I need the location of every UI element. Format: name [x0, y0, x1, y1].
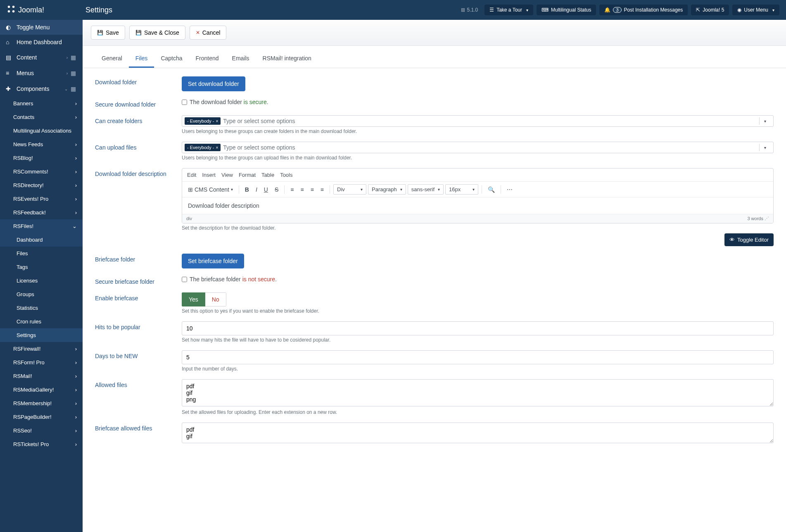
- post-install-messages-button[interactable]: 🔔 3 Post Installation Messages: [599, 5, 688, 15]
- toggle-menu-button[interactable]: ◐ Toggle Menu: [0, 20, 83, 35]
- editor-menu-tools[interactable]: Tools: [280, 172, 292, 178]
- set-briefcase-folder-button[interactable]: Set briefcase folder: [182, 254, 244, 268]
- sidebar-item-rsblog[interactable]: RSBlog!›: [0, 151, 83, 165]
- editor-menu-format[interactable]: Format: [239, 172, 256, 178]
- editor-menu-table[interactable]: Table: [261, 172, 274, 178]
- take-tour-button[interactable]: ☰ Take a Tour: [484, 5, 533, 15]
- chevron-down-icon: ▾: [231, 187, 233, 192]
- tab-general[interactable]: General: [95, 50, 129, 68]
- sidebar-item-contacts[interactable]: Contacts›: [0, 110, 83, 124]
- sidebar-item-news-feeds[interactable]: News Feeds›: [0, 138, 83, 151]
- sidebar-item-rsmembership[interactable]: RSMembership!›: [0, 397, 83, 410]
- cms-content-button[interactable]: ⊞ CMS Content ▾: [185, 185, 235, 195]
- allowed-files-textarea[interactable]: [182, 379, 774, 406]
- align-justify-button[interactable]: ≡: [318, 185, 326, 195]
- sidebar-item-rsfiles-statistics[interactable]: Statistics: [0, 301, 83, 315]
- chevron-right-icon: ›: [75, 209, 77, 216]
- sidebar-item-rstickets-pro[interactable]: RSTickets! Pro›: [0, 437, 83, 451]
- secure-download-checkbox[interactable]: [182, 100, 187, 105]
- chevron-down-icon[interactable]: ▾: [759, 144, 771, 151]
- sidebar-item-rsmediagallery[interactable]: RSMediaGallery!›: [0, 383, 83, 397]
- chip-remove-icon[interactable]: ×: [216, 145, 218, 150]
- chip-remove-icon[interactable]: ×: [216, 119, 218, 124]
- chevron-right-icon: ›: [75, 414, 77, 420]
- sidebar-item-rsdirectory[interactable]: RSDirectory!›: [0, 178, 83, 192]
- align-left-button[interactable]: ≡: [288, 185, 296, 195]
- no-option[interactable]: No: [205, 292, 226, 306]
- sidebar-item-rsfiles-files[interactable]: Files: [0, 247, 83, 260]
- sidebar-item-multilingual-associations[interactable]: Multilingual Associations: [0, 124, 83, 138]
- language-icon: ⌨: [541, 7, 549, 13]
- tab-frontend[interactable]: Frontend: [189, 50, 226, 68]
- sidebar-item-rsevents-pro[interactable]: RSEvents! Pro›: [0, 192, 83, 206]
- sidebar-item-rsfiles-cron-rules[interactable]: Cron rules: [0, 315, 83, 328]
- brand[interactable]: Joomla!: [7, 5, 44, 16]
- chevron-down-icon[interactable]: ▾: [759, 117, 771, 125]
- bold-button[interactable]: B: [242, 185, 252, 195]
- sidebar-item-rsform-pro[interactable]: RSForm! Pro›: [0, 356, 83, 369]
- hits-popular-input[interactable]: [182, 321, 774, 335]
- days-new-input[interactable]: [182, 350, 774, 364]
- sidebar-item-banners[interactable]: Banners›: [0, 97, 83, 110]
- sidebar-item-rsfiles-groups[interactable]: Groups: [0, 287, 83, 301]
- sidebar-item-rsfiles-dashboard[interactable]: Dashboard: [0, 233, 83, 247]
- sidebar-item-rsfiles-licenses[interactable]: Licenses: [0, 274, 83, 287]
- eye-icon: 👁: [729, 237, 735, 243]
- sidebar-item-menus[interactable]: ≡ Menus › ▦: [0, 65, 83, 81]
- multilingual-status-button[interactable]: ⌨ Multilingual Status: [537, 5, 596, 15]
- underline-button[interactable]: U: [261, 185, 271, 195]
- sidebar-item-rsfeedback[interactable]: RSFeedback!›: [0, 206, 83, 219]
- sidebar-item-rsfiles[interactable]: RSFiles!⌄: [0, 219, 83, 233]
- can-create-folders-select[interactable]: - Everybody -× Type or select some optio…: [182, 115, 774, 127]
- dashboard-shortcut-icon[interactable]: ▦: [69, 54, 77, 61]
- editor-menu-insert[interactable]: Insert: [202, 172, 216, 178]
- set-download-folder-button[interactable]: Set download folder: [182, 76, 245, 91]
- sidebar-item-rspagebuilder[interactable]: RSPageBuilder!›: [0, 410, 83, 424]
- font-size-select[interactable]: 16px▾: [445, 184, 478, 195]
- sidebar-item-content[interactable]: ▤ Content › ▦: [0, 50, 83, 65]
- sidebar-item-rsfiles-settings[interactable]: Settings: [0, 328, 83, 342]
- chevron-down-icon: ▾: [400, 187, 402, 192]
- user-menu-button[interactable]: ◉ User Menu: [732, 5, 779, 15]
- resize-handle-icon[interactable]: ⋰: [765, 216, 769, 221]
- sidebar-item-rsfirewall[interactable]: RSFirewall!›: [0, 342, 83, 356]
- editor-menu-edit[interactable]: Edit: [187, 172, 196, 178]
- yes-option[interactable]: Yes: [182, 292, 205, 306]
- tab-rsmail[interactable]: RSMail! integration: [256, 50, 318, 68]
- editor-word-count: 3 words ⋰: [747, 216, 769, 221]
- editor-menu-view[interactable]: View: [221, 172, 233, 178]
- editor-element-path[interactable]: div: [186, 216, 192, 221]
- can-upload-files-label: Can upload files: [95, 142, 182, 151]
- chevron-down-icon: ▾: [361, 187, 363, 192]
- secure-briefcase-checkbox[interactable]: [182, 277, 187, 282]
- italic-button[interactable]: I: [253, 185, 260, 195]
- save-close-button[interactable]: 💾 Save & Close: [129, 26, 185, 40]
- cancel-button[interactable]: ✕ Cancel: [190, 26, 227, 40]
- sidebar-item-components[interactable]: ✚ Components ⌄ ▦: [0, 81, 83, 97]
- tab-files[interactable]: Files: [129, 50, 154, 68]
- sidebar-item-rsfiles-tags[interactable]: Tags: [0, 260, 83, 274]
- tab-captcha[interactable]: Captcha: [154, 50, 189, 68]
- search-button[interactable]: 🔍: [485, 185, 497, 195]
- briefcase-allowed-files-textarea[interactable]: [182, 423, 774, 443]
- tour-icon: ☰: [489, 7, 494, 13]
- align-center-button[interactable]: ≡: [298, 185, 306, 195]
- sidebar-item-rsseo[interactable]: RSSeo!›: [0, 424, 83, 437]
- tab-emails[interactable]: Emails: [226, 50, 256, 68]
- site-link-button[interactable]: ⇱ Joomla! 5: [691, 5, 729, 15]
- dashboard-shortcut-icon[interactable]: ▦: [69, 85, 77, 93]
- sidebar-item-home[interactable]: ⌂ Home Dashboard: [0, 35, 83, 50]
- toggle-editor-button[interactable]: 👁 Toggle Editor: [724, 233, 774, 246]
- paragraph-select[interactable]: Paragraph▾: [368, 184, 406, 195]
- block-format-select[interactable]: Div▾: [333, 184, 366, 195]
- can-upload-files-select[interactable]: - Everybody -× Type or select some optio…: [182, 142, 774, 153]
- align-right-button[interactable]: ≡: [308, 185, 316, 195]
- strikethrough-button[interactable]: S: [272, 185, 281, 195]
- dashboard-shortcut-icon[interactable]: ▦: [69, 69, 77, 77]
- sidebar-item-rsmail[interactable]: RSMail!›: [0, 369, 83, 383]
- editor-content[interactable]: Download folder description: [182, 197, 773, 214]
- sidebar-item-rscomments[interactable]: RSComments!›: [0, 165, 83, 178]
- more-options-button[interactable]: ⋯: [504, 185, 515, 195]
- save-button[interactable]: 💾 Save: [91, 26, 125, 40]
- font-family-select[interactable]: sans-serif▾: [408, 184, 444, 195]
